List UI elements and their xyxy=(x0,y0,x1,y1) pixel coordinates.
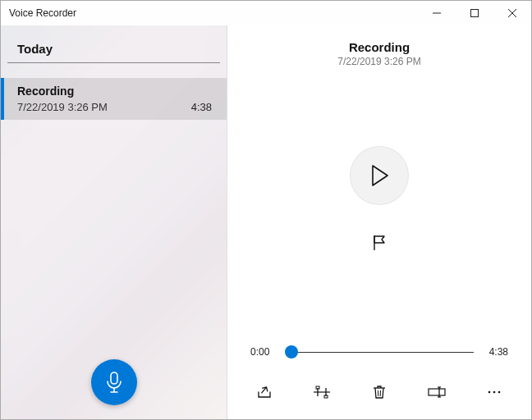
add-marker-button[interactable] xyxy=(365,228,394,258)
more-button[interactable] xyxy=(480,380,508,404)
recording-list-item[interactable]: Recording 7/22/2019 3:26 PM 4:38 xyxy=(1,78,227,120)
detail-title: Recording xyxy=(250,40,508,54)
svg-point-21 xyxy=(488,391,491,394)
section-header-today: Today xyxy=(7,25,220,63)
detail-pane: Recording 7/22/2019 3:26 PM xyxy=(227,25,531,419)
trim-icon xyxy=(313,386,331,399)
delete-button[interactable] xyxy=(365,380,393,404)
svg-point-23 xyxy=(498,391,501,394)
svg-rect-12 xyxy=(316,386,319,389)
window-title: Voice Recorder xyxy=(9,7,76,19)
svg-rect-17 xyxy=(429,389,445,395)
detail-datetime: 7/22/2019 3:26 PM xyxy=(250,56,508,67)
recording-duration: 4:38 xyxy=(191,101,212,113)
rename-button[interactable] xyxy=(423,380,451,404)
time-total: 4:38 xyxy=(480,346,508,358)
play-icon xyxy=(369,164,389,187)
play-button[interactable] xyxy=(350,146,409,205)
close-button[interactable] xyxy=(493,1,531,25)
seek-thumb[interactable] xyxy=(285,345,298,358)
rename-icon xyxy=(428,386,446,398)
recording-datetime: 7/22/2019 3:26 PM xyxy=(17,101,108,113)
svg-rect-4 xyxy=(111,372,117,384)
seek-slider[interactable] xyxy=(285,340,474,363)
record-button[interactable] xyxy=(91,359,137,405)
share-button[interactable] xyxy=(250,380,278,404)
minimize-button[interactable] xyxy=(418,1,456,25)
recording-name: Recording xyxy=(17,84,74,98)
time-current: 0:00 xyxy=(250,346,278,358)
maximize-button[interactable] xyxy=(456,1,493,25)
flag-icon xyxy=(372,235,387,251)
trim-button[interactable] xyxy=(308,380,336,404)
more-icon xyxy=(487,390,502,395)
command-bar xyxy=(250,368,508,404)
seek-track xyxy=(291,352,474,353)
microphone-icon xyxy=(105,372,123,393)
svg-rect-13 xyxy=(324,395,328,398)
recordings-list: Recording 7/22/2019 3:26 PM 4:38 xyxy=(1,78,227,345)
trash-icon xyxy=(373,385,386,399)
titlebar: Voice Recorder xyxy=(1,1,531,25)
svg-rect-1 xyxy=(471,10,479,17)
svg-point-22 xyxy=(493,391,496,394)
playback-timeline: 0:00 4:38 xyxy=(250,340,508,363)
svg-marker-7 xyxy=(373,166,388,185)
share-icon xyxy=(256,385,273,399)
recordings-sidebar: Today Recording 7/22/2019 3:26 PM 4:38 xyxy=(1,25,227,419)
app-window: Voice Recorder Today Recording 7/22/2019… xyxy=(0,0,532,420)
